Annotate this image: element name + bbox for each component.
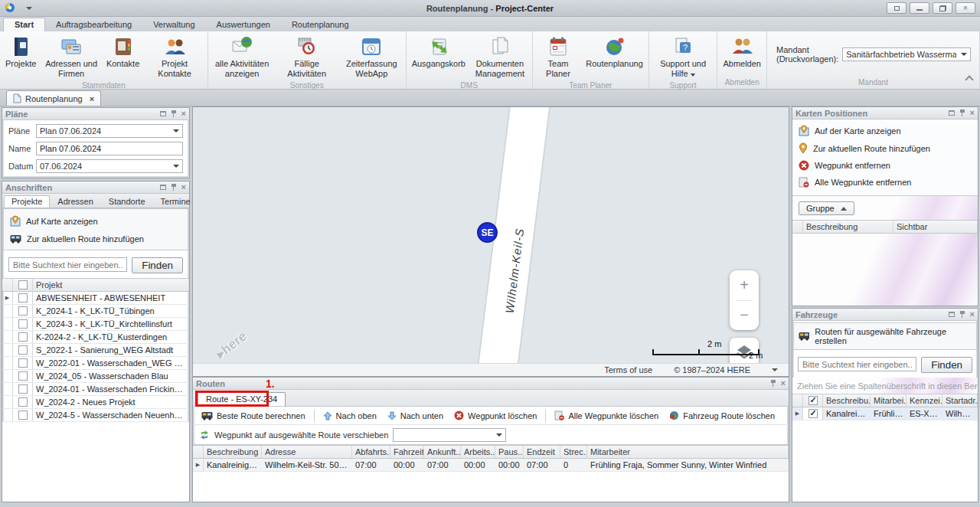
fullscreen-button[interactable] — [887, 2, 906, 14]
table-row[interactable]: S_2022-1 - Sanierung_WEG Altstadt — [2, 344, 189, 357]
show-on-map-button[interactable]: Auf Karte anzeigen — [8, 211, 183, 231]
column-header[interactable]: Startadr... — [942, 394, 978, 407]
adressen-und-firmen-button[interactable]: Adressen und Firmen — [40, 34, 103, 80]
row-checkbox[interactable] — [18, 306, 28, 316]
row-checkbox[interactable] — [18, 358, 28, 368]
chevron-down-icon[interactable] — [772, 368, 778, 371]
table-row[interactable]: W_2022-01 - Wasserschaden_WEG Gartenstr-… — [2, 357, 189, 370]
maximize-icon[interactable] — [949, 110, 955, 116]
column-header[interactable]: Beschreibu... — [823, 394, 871, 407]
table-row[interactable]: W_2024-2 - Neues Projekt — [2, 396, 189, 409]
row-checkbox[interactable] — [18, 411, 28, 420]
maximize-icon[interactable] — [160, 111, 166, 116]
column-header[interactable]: Beschreibung — [204, 446, 262, 458]
ribbon-tab-verwaltung[interactable]: Verwaltung — [142, 18, 205, 31]
pin-icon[interactable] — [959, 110, 965, 116]
abmelden-button[interactable]: Abmelden — [719, 34, 765, 70]
minimize-button[interactable] — [910, 2, 929, 14]
tab-standorte[interactable]: Standorte — [101, 195, 153, 208]
table-row[interactable]: K_2024-1 - K_LK-TÜ_Tübingen — [2, 305, 189, 318]
select-all-checkbox[interactable] — [808, 396, 818, 405]
pin-icon[interactable] — [959, 311, 965, 318]
column-header[interactable]: Sichtbar — [893, 221, 978, 233]
mandant-select[interactable]: Sanitärfachbetrieb Wassermann — [842, 47, 971, 61]
close-icon[interactable]: × — [181, 183, 186, 191]
column-header[interactable]: Mitarbeiter — [587, 446, 789, 458]
team-planer-button[interactable]: Team Planer — [534, 34, 582, 80]
projekte-button[interactable]: Projekte — [2, 34, 40, 70]
column-header[interactable]: Ankunft... — [424, 446, 461, 458]
ausgangskorb-button[interactable]: Ausgangskorb — [408, 34, 469, 70]
zoom-in-button[interactable]: + — [730, 270, 759, 300]
restore-button[interactable] — [933, 2, 952, 14]
row-checkbox[interactable] — [808, 409, 818, 418]
map-marker-se[interactable]: SE — [477, 222, 498, 243]
column-header[interactable]: Kennzei... — [906, 394, 942, 407]
column-header[interactable]: Adresse — [262, 446, 352, 458]
close-icon[interactable]: × — [181, 110, 186, 118]
pin-icon[interactable] — [770, 380, 776, 387]
maximize-icon[interactable] — [160, 185, 166, 190]
table-row[interactable]: W_2024-5 - Wasserschaden Neuenhaus — [2, 409, 189, 422]
column-header[interactable]: Fahrzeit — [390, 446, 424, 458]
close-button[interactable]: × — [956, 2, 975, 14]
projekt-kontakte-button[interactable]: Projekt Kontakte — [143, 34, 206, 80]
close-icon[interactable]: × — [970, 109, 975, 117]
row-checkbox[interactable] — [18, 345, 28, 355]
row-checkbox[interactable] — [18, 397, 28, 407]
map-canvas[interactable]: Wilhelm-Keil-S SE + − 2 m 2 m ▸here — [193, 107, 789, 363]
create-routes-button[interactable]: Routen für ausgewählte Fahrzeuge erstell… — [793, 322, 977, 350]
plan-name-input[interactable] — [36, 142, 183, 155]
map-view[interactable]: Wilhelm-Keil-S SE + − 2 m 2 m ▸here Term… — [192, 106, 789, 377]
column-header[interactable]: Abfahrts... — [352, 446, 390, 458]
wegpunkt-loeschen-button[interactable]: Wegpunkt löschen — [450, 409, 541, 422]
remove-all-waypoints-button[interactable]: Alle Wegpunkte entfernen — [797, 174, 973, 191]
column-header[interactable]: Endzeit — [524, 446, 560, 458]
zeiterfassung-webapp-button[interactable]: Zeiterfassung WebApp — [339, 34, 404, 80]
column-header[interactable]: Paus... — [495, 446, 524, 458]
column-header[interactable]: Arbeits... — [461, 446, 495, 458]
table-row[interactable]: ▶ Kanalreinig... Frühling... ES-XY-2... … — [792, 407, 978, 420]
nach-unten-button[interactable]: Nach unten — [384, 410, 447, 422]
tab-projekte[interactable]: Projekte — [4, 195, 50, 208]
row-checkbox[interactable] — [18, 371, 28, 381]
remove-waypoint-button[interactable]: Wegpunkt entfernen — [797, 157, 973, 174]
select-all-checkbox[interactable] — [18, 280, 28, 289]
ribbon-tab-routenplanung[interactable]: Routenplanung — [281, 18, 360, 31]
table-row[interactable]: ▶ Kanalreinigung Wilhelm-Keil-Str. 50,72… — [193, 459, 789, 472]
close-icon[interactable]: × — [781, 379, 786, 388]
maximize-icon[interactable] — [949, 312, 955, 317]
column-header-projekt[interactable]: Projekt — [33, 279, 189, 291]
pin-icon[interactable] — [171, 110, 177, 117]
target-route-select[interactable] — [393, 428, 506, 442]
routenplanung-globe-button[interactable]: Routenplanung — [582, 34, 647, 70]
ribbon-tab-auftragsbearbeitung[interactable]: Auftragsbearbeitung — [45, 18, 142, 31]
find-button[interactable]: Finden — [921, 357, 972, 373]
support-und-hilfe-button[interactable]: ? Support und Hilfe — [651, 34, 716, 80]
column-header[interactable]: Strec... — [560, 446, 587, 458]
document-tab-routenplanung[interactable]: Routenplanung × — [6, 90, 101, 106]
table-row[interactable]: W_2024-01 - Wasserschaden Frickingen — [2, 383, 189, 396]
alle-wegpunkte-loeschen-button[interactable]: Alle Wegpunkte löschen — [550, 409, 662, 422]
add-to-route-button[interactable]: Zur aktuellen Route hinzufügen — [797, 139, 973, 157]
zoom-out-button[interactable]: − — [730, 301, 759, 331]
row-checkbox[interactable] — [18, 293, 28, 303]
table-row[interactable]: ▶ABWESENHEIT - ABWESENHEIT — [2, 292, 189, 305]
ribbon-tab-auswertungen[interactable]: Auswertungen — [206, 18, 281, 31]
close-icon[interactable]: × — [970, 310, 975, 319]
gruppe-sort-button[interactable]: Gruppe — [799, 201, 854, 215]
row-checkbox[interactable] — [18, 319, 28, 329]
close-icon[interactable]: × — [90, 94, 94, 103]
show-on-map-button[interactable]: Auf der Karte anzeigen — [797, 122, 973, 139]
faellige-aktivitaeten-button[interactable]: Fällige Aktivitäten — [274, 34, 339, 80]
table-row[interactable]: W_2024_05 - Wasserschaden Blau — [2, 370, 189, 383]
kontakte-button[interactable]: Kontakte — [103, 34, 143, 70]
beste-route-berechnen-button[interactable]: Beste Route berechnen — [198, 410, 309, 422]
table-row[interactable]: K_2024-3 - K_LK-TÜ_Kirchtellinsfurt — [2, 318, 189, 331]
datum-select[interactable]: 07.06.2024 — [36, 159, 183, 173]
column-header[interactable]: Mitarbei... — [871, 394, 906, 407]
tab-adressen[interactable]: Adressen — [50, 195, 100, 208]
plan-select[interactable]: Plan 07.06.2024 — [36, 124, 183, 138]
tab-termine[interactable]: Termine — [153, 195, 198, 208]
search-input[interactable] — [798, 357, 916, 371]
